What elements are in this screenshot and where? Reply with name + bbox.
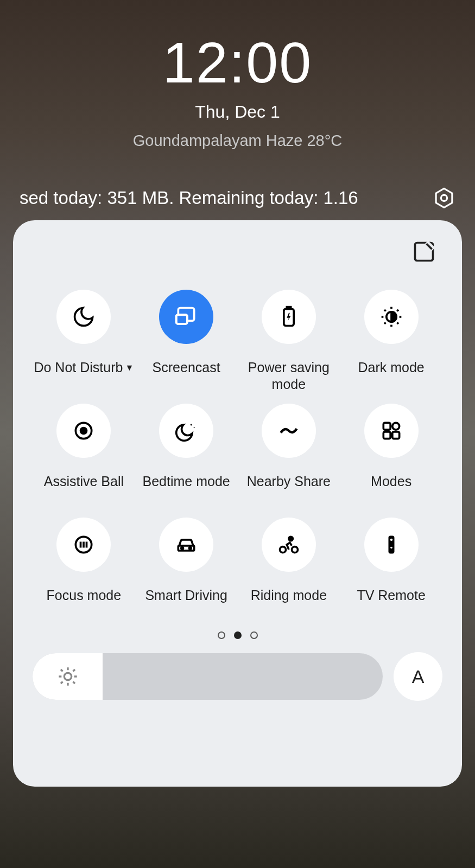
data-usage-row: sed today: 351 MB. Remaining today: 1.16 bbox=[0, 187, 475, 209]
clock-time: 12:00 bbox=[0, 30, 475, 95]
tile-smart-driving[interactable]: Smart Driving bbox=[135, 518, 238, 622]
page-dot bbox=[218, 631, 225, 639]
bike-icon bbox=[262, 518, 316, 572]
grid-icon bbox=[364, 404, 419, 458]
edit-icon[interactable] bbox=[412, 240, 436, 264]
svg-rect-18 bbox=[383, 423, 390, 430]
svg-point-33 bbox=[390, 539, 392, 541]
tile-label: TV Remote bbox=[357, 587, 425, 622]
darkmode-icon bbox=[364, 290, 419, 344]
target-icon bbox=[56, 404, 111, 458]
brightness-slider[interactable] bbox=[33, 653, 383, 700]
svg-point-30 bbox=[292, 547, 297, 553]
settings-icon[interactable] bbox=[433, 187, 455, 209]
tile-assistive-ball[interactable]: Assistive Ball bbox=[33, 404, 135, 508]
tile-label: Power saving mode bbox=[238, 359, 340, 394]
tile-power-saving[interactable]: Power saving mode bbox=[238, 290, 340, 394]
screencast-icon bbox=[159, 290, 213, 344]
svg-rect-21 bbox=[392, 432, 399, 439]
svg-line-14 bbox=[384, 322, 386, 324]
tile-label: Modes bbox=[371, 473, 411, 508]
tile-dark-mode[interactable]: Dark mode bbox=[340, 290, 442, 394]
tile-tv-remote[interactable]: TV Remote bbox=[340, 518, 442, 622]
tile-do-not-disturb[interactable]: Do Not Disturb▼ bbox=[33, 290, 135, 394]
svg-point-29 bbox=[280, 547, 286, 553]
tile-focus-mode[interactable]: Focus mode bbox=[33, 518, 135, 622]
quick-settings-panel: Do Not Disturb▼ Screencast Power saving … bbox=[13, 220, 462, 787]
tile-label: Riding mode bbox=[251, 587, 327, 622]
weather-text: Goundampalayam Haze 28°C bbox=[0, 132, 475, 150]
svg-line-43 bbox=[73, 669, 75, 672]
tile-label: Do Not Disturb▼ bbox=[34, 359, 134, 394]
focus-icon bbox=[56, 518, 111, 572]
tile-label: Smart Driving bbox=[145, 587, 227, 622]
tile-label: Bedtime mode bbox=[143, 473, 230, 508]
sun-icon bbox=[57, 666, 79, 687]
svg-point-34 bbox=[390, 547, 392, 549]
brightness-row: A bbox=[33, 652, 442, 701]
tile-bedtime-mode[interactable]: Bedtime mode bbox=[135, 404, 238, 508]
tile-nearby-share[interactable]: Nearby Share bbox=[238, 404, 340, 508]
svg-line-10 bbox=[384, 310, 386, 311]
data-usage-text[interactable]: sed today: 351 MB. Remaining today: 1.16 bbox=[20, 188, 358, 208]
svg-rect-3 bbox=[176, 315, 187, 324]
tile-label: Screencast bbox=[153, 359, 220, 394]
tile-label: Assistive Ball bbox=[44, 473, 124, 508]
moon-icon bbox=[56, 290, 111, 344]
battery-icon bbox=[262, 290, 316, 344]
moonstars-icon bbox=[159, 404, 213, 458]
svg-line-11 bbox=[397, 322, 398, 324]
tile-modes[interactable]: Modes bbox=[340, 404, 442, 508]
svg-line-39 bbox=[73, 682, 75, 684]
remote-icon bbox=[364, 518, 419, 572]
tile-label: Dark mode bbox=[358, 359, 424, 394]
svg-point-19 bbox=[392, 423, 399, 430]
svg-rect-32 bbox=[388, 536, 394, 554]
svg-line-15 bbox=[397, 310, 398, 311]
page-dot bbox=[234, 631, 242, 639]
pagination-dots[interactable] bbox=[33, 631, 442, 639]
tile-riding-mode[interactable]: Riding mode bbox=[238, 518, 340, 622]
svg-rect-20 bbox=[383, 432, 390, 439]
svg-rect-6 bbox=[287, 307, 290, 309]
brightness-fill bbox=[33, 653, 103, 700]
clock-date: Thu, Dec 1 bbox=[0, 102, 475, 122]
page-dot bbox=[250, 631, 258, 639]
tile-screencast[interactable]: Screencast bbox=[135, 290, 238, 394]
svg-point-17 bbox=[81, 428, 87, 434]
status-header: 12:00 Thu, Dec 1 Goundampalayam Haze 28°… bbox=[0, 0, 475, 150]
svg-line-38 bbox=[61, 669, 63, 672]
auto-brightness-button[interactable]: A bbox=[394, 652, 442, 701]
nearby-icon bbox=[262, 404, 316, 458]
svg-point-28 bbox=[189, 547, 192, 550]
tile-label: Focus mode bbox=[47, 587, 122, 622]
tiles-grid: Do Not Disturb▼ Screencast Power saving … bbox=[33, 290, 442, 622]
svg-point-27 bbox=[181, 547, 183, 550]
tile-label: Nearby Share bbox=[247, 473, 331, 508]
svg-line-42 bbox=[61, 682, 63, 684]
svg-point-31 bbox=[289, 537, 293, 540]
car-icon bbox=[159, 518, 213, 572]
svg-point-0 bbox=[441, 195, 447, 201]
svg-point-35 bbox=[64, 673, 71, 680]
